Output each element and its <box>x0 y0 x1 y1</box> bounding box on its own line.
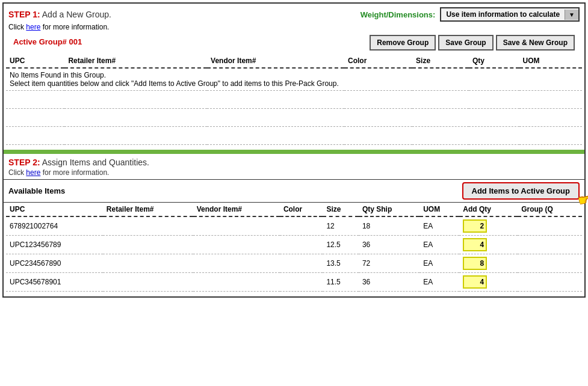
add-items-button[interactable]: Add Items to Active Group <box>462 182 580 200</box>
col2-add-qty: Add Qty <box>459 203 518 216</box>
cell-retailer <box>103 236 193 254</box>
add-items-btn-wrapper: Add Items to Active Group ☛ <box>462 182 580 200</box>
step1-here-link[interactable]: here <box>26 23 40 31</box>
cell-upc: 678921002764 <box>6 216 103 236</box>
col-vendor-item: Vendor Item# <box>207 54 344 68</box>
col-size: Size <box>412 54 469 68</box>
step2-header: STEP 2: Assign Items and Quantities. <box>4 154 584 168</box>
step2-title-text: Assign Items and Quantities. <box>40 158 149 167</box>
add-qty-input[interactable] <box>463 257 487 270</box>
cell-vendor <box>193 254 280 273</box>
cell-group-q <box>518 216 582 236</box>
weight-dim-value: Use item information to calculate <box>441 8 565 20</box>
cell-uom: EA <box>419 236 459 254</box>
available-items-label: Available Items <box>8 186 65 195</box>
step2-section: STEP 2: Assign Items and Quantities. Cli… <box>4 154 584 296</box>
cell-uom: EA <box>419 216 459 236</box>
col-qty: Qty <box>469 54 519 68</box>
cell-vendor <box>193 216 280 236</box>
col2-size: Size <box>323 203 358 216</box>
click-suffix: for more information. <box>40 23 109 31</box>
available-items-table: UPC Retailer Item# Vendor Item# Color Si… <box>6 203 582 292</box>
cell-uom: EA <box>419 254 459 273</box>
cell-color <box>280 273 323 292</box>
empty-row-1 <box>6 91 582 109</box>
save-new-group-button[interactable]: Save & New Group <box>496 35 575 51</box>
dropdown-arrow-icon[interactable]: ▼ <box>565 10 578 20</box>
step1-title-text: Add a New Group. <box>40 10 111 19</box>
empty-row-2 <box>6 109 582 127</box>
cell-size: 12 <box>323 216 358 236</box>
step1-table-section: UPC Retailer Item# Vendor Item# Color Si… <box>4 54 584 150</box>
cell-qty-ship: 36 <box>359 236 419 254</box>
step2-here-link[interactable]: here <box>26 168 40 177</box>
step1-items-table: UPC Retailer Item# Vendor Item# Color Si… <box>6 54 582 145</box>
cell-add-qty[interactable] <box>459 216 518 236</box>
avail-table-row: UPC123456789 12.5 36 EA <box>6 236 582 254</box>
cell-color <box>280 216 323 236</box>
cell-add-qty[interactable] <box>459 254 518 273</box>
col-retailer-item: Retailer Item# <box>64 54 207 68</box>
cell-size: 12.5 <box>323 236 358 254</box>
cell-qty-ship: 72 <box>359 254 419 273</box>
empty-row-3 <box>6 127 582 145</box>
cell-qty-ship: 18 <box>359 216 419 236</box>
avail-table-row: UPC234567890 13.5 72 EA <box>6 254 582 273</box>
cell-color <box>280 254 323 273</box>
cell-group-q <box>518 254 582 273</box>
cell-uom: EA <box>419 273 459 292</box>
step1-label: STEP 1: <box>8 10 40 19</box>
cell-group-q <box>518 236 582 254</box>
weight-dim-area: Weight/Dimensions: Use item information … <box>361 7 580 22</box>
weight-dim-dropdown[interactable]: Use item information to calculate ▼ <box>440 7 580 22</box>
col2-qty-ship: Qty Ship <box>359 203 419 216</box>
cell-color <box>280 236 323 254</box>
click-prefix: Click <box>8 23 26 31</box>
cell-upc: UPC234567890 <box>6 254 103 273</box>
step1-title: STEP 1: Add a New Group. <box>8 10 111 19</box>
step1-click-info: Click here for more information. <box>8 23 109 31</box>
active-group-label: Active Group# 001 <box>8 37 87 49</box>
cell-group-q <box>518 273 582 292</box>
col2-retailer-item: Retailer Item# <box>103 203 193 216</box>
col2-uom: UOM <box>419 203 459 216</box>
step2-table-section: UPC Retailer Item# Vendor Item# Color Si… <box>4 203 584 296</box>
step1-row2: Click here for more information. <box>4 23 584 35</box>
cell-vendor <box>193 273 280 292</box>
step1-section: STEP 1: Add a New Group. Weight/Dimensio… <box>4 4 584 152</box>
add-qty-input[interactable] <box>463 238 487 251</box>
cell-upc: UPC345678901 <box>6 273 103 292</box>
cell-retailer <box>103 254 193 273</box>
cell-upc: UPC123456789 <box>6 236 103 254</box>
cell-size: 11.5 <box>323 273 358 292</box>
step2-click-info: Click here for more information. <box>4 168 584 179</box>
col-color: Color <box>344 54 412 68</box>
remove-group-button[interactable]: Remove Group <box>370 35 436 51</box>
cell-add-qty[interactable] <box>459 236 518 254</box>
step2-title: STEP 2: Assign Items and Quantities. <box>8 158 580 167</box>
step2-click-suffix: for more information. <box>40 168 109 177</box>
available-items-bar: Available Items Add Items to Active Grou… <box>4 179 584 203</box>
col2-color: Color <box>280 203 323 216</box>
col2-group-q: Group (Q <box>518 203 582 216</box>
cell-retailer <box>103 273 193 292</box>
col2-vendor-item: Vendor Item# <box>193 203 280 216</box>
col-upc: UPC <box>6 54 64 68</box>
no-items-row: No Items Found in this Group. Select ite… <box>6 68 582 91</box>
step2-click-prefix: Click <box>8 168 26 177</box>
avail-table-row: 678921002764 12 18 EA <box>6 216 582 236</box>
no-items-msg2: Select item quantities below and click "… <box>10 79 578 88</box>
page-wrapper: STEP 1: Add a New Group. Weight/Dimensio… <box>2 2 586 298</box>
save-group-button[interactable]: Save Group <box>438 35 493 51</box>
group-action-buttons: Remove Group Save Group Save & New Group <box>370 35 580 51</box>
step1-header: STEP 1: Add a New Group. Weight/Dimensio… <box>4 4 584 23</box>
col2-upc: UPC <box>6 203 103 216</box>
cell-add-qty[interactable] <box>459 273 518 292</box>
cell-vendor <box>193 236 280 254</box>
no-items-msg1: No Items Found in this Group. <box>10 71 578 79</box>
add-qty-input[interactable] <box>463 219 487 233</box>
col-uom: UOM <box>519 54 582 68</box>
add-qty-input[interactable] <box>463 275 487 289</box>
avail-table-row: UPC345678901 11.5 36 EA <box>6 273 582 292</box>
cell-retailer <box>103 216 193 236</box>
